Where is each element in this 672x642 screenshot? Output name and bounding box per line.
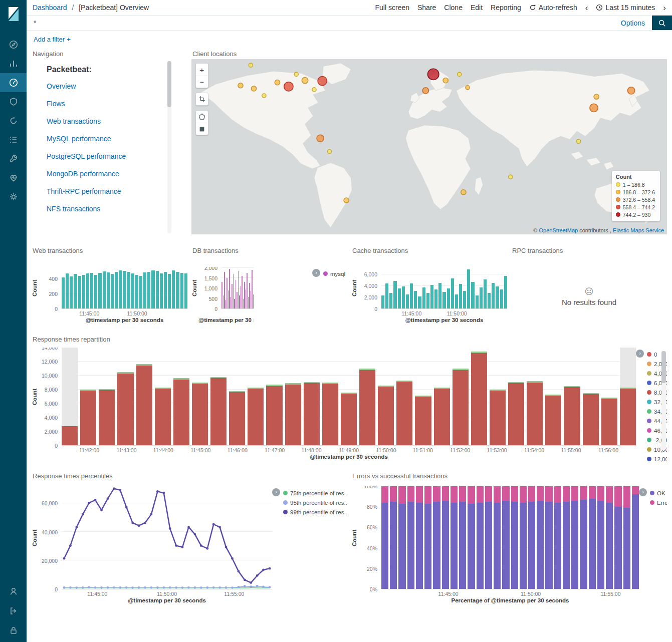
search-button[interactable] <box>652 16 672 30</box>
bar <box>192 348 208 445</box>
bar <box>418 267 421 308</box>
sidebar-item-apm[interactable] <box>0 92 27 111</box>
map-legend-item[interactable]: 372.6 – 558.4 <box>616 196 655 203</box>
legend-item[interactable]: mysql <box>323 269 345 278</box>
auto-refresh-button[interactable]: Auto-refresh <box>529 4 577 12</box>
y-tick-label: 60,000 <box>42 500 58 506</box>
sidebar-item-timelion[interactable] <box>0 111 27 130</box>
menu-item-full-screen[interactable]: Full screen <box>375 4 409 12</box>
sidebar-item-dev-tools[interactable] <box>0 149 27 168</box>
zoom-out-button[interactable]: − <box>196 76 208 88</box>
nav-link-mongodb-performance[interactable]: MongoDB performance <box>47 170 187 178</box>
legend-toggle-icon[interactable]: › <box>639 488 647 496</box>
y-tick-label: 40% <box>367 545 377 551</box>
menu-item-share[interactable]: Share <box>417 4 436 12</box>
user-avatar[interactable] <box>9 586 19 598</box>
bar <box>520 486 527 589</box>
sidebar-item-visualize[interactable] <box>0 54 27 73</box>
legend-toggle-icon[interactable]: › <box>272 488 280 496</box>
chart-legend: ›OKError <box>639 486 667 606</box>
menu-item-edit[interactable]: Edit <box>471 4 483 12</box>
bar <box>285 348 301 445</box>
sidebar-item-discover[interactable] <box>0 35 27 54</box>
nav-link-mysql-performance[interactable]: MySQL performance <box>47 135 187 143</box>
legend-item[interactable]: Error <box>650 498 667 507</box>
nav-link-overview[interactable]: Overview <box>47 82 187 90</box>
nav-link-flows[interactable]: Flows <box>47 100 187 108</box>
legend-dot <box>647 457 651 461</box>
chart: Count020040011:45:0011:50:00@timestamp p… <box>32 267 187 326</box>
x-tick-label: 11:53:00 <box>487 447 507 453</box>
legend-toggle-icon[interactable]: › <box>312 269 320 277</box>
options-link[interactable]: Options <box>621 19 645 27</box>
time-picker[interactable]: Last 15 minutes <box>596 4 655 12</box>
x-tick-label: 11:45:00 <box>401 310 421 316</box>
search-input[interactable] <box>27 16 614 30</box>
bar <box>500 267 503 308</box>
add-filter-link[interactable]: Add a filter+ <box>34 36 71 43</box>
legend-item[interactable]: 12,000 <box>647 454 667 463</box>
scrollbar[interactable] <box>661 351 666 450</box>
bar <box>139 267 142 308</box>
data-point <box>75 526 78 528</box>
bar <box>135 267 138 308</box>
map-marker <box>427 69 438 80</box>
bar <box>66 267 69 308</box>
bar <box>453 348 469 445</box>
nav-link-nfs-transactions[interactable]: NFS transactions <box>47 205 187 213</box>
draw-rectangle-button[interactable] <box>196 123 208 135</box>
panel-title: RPC transactions <box>511 244 667 256</box>
logout-button[interactable] <box>9 606 19 617</box>
elastic-maps-service-link[interactable]: Elastic Maps Service <box>613 227 664 233</box>
map-legend-item[interactable]: 744.2 – 930 <box>616 211 655 218</box>
scrollbar-thumb[interactable] <box>661 351 666 383</box>
map-marker <box>312 88 316 92</box>
scrollbar-thumb[interactable] <box>167 61 171 107</box>
map-marker <box>509 175 513 179</box>
map-legend-item[interactable]: 1 – 186.8 <box>616 181 655 188</box>
legend-item[interactable]: 99th percentile of res... <box>283 507 347 517</box>
zoom-in-button[interactable]: + <box>196 64 208 76</box>
map-marker <box>443 78 448 83</box>
menu-item-clone[interactable]: Clone <box>444 4 463 12</box>
lock-button[interactable] <box>9 625 19 637</box>
kibana-logo[interactable] <box>0 0 27 28</box>
data-point <box>144 522 146 524</box>
x-axis: 11:45:0011:50:00 <box>381 309 507 317</box>
sidebar-item-dashboard[interactable] <box>0 73 27 92</box>
map-legend-item[interactable]: 558.4 – 744.2 <box>616 203 655 211</box>
legend-toggle-icon[interactable]: › <box>636 350 644 358</box>
fit-data-bounds-button[interactable] <box>196 93 208 105</box>
y-tick-label: 10,000 <box>42 373 58 379</box>
time-back-icon[interactable]: ‹ <box>585 4 588 12</box>
sidebar-item-logs[interactable] <box>0 130 27 149</box>
bar <box>545 348 561 445</box>
data-point <box>269 567 271 570</box>
bar <box>415 348 431 445</box>
data-point <box>256 574 259 577</box>
y-axis-title: Count <box>351 267 357 309</box>
bar <box>467 267 470 308</box>
menu-item-reporting[interactable]: Reporting <box>491 4 521 12</box>
sidebar-item-monitoring[interactable] <box>0 168 27 187</box>
y-tick-label: 12,000 <box>42 359 58 365</box>
bar <box>147 267 150 308</box>
x-tick-label: 11:50:00 <box>127 310 147 316</box>
scrollbar[interactable] <box>167 61 171 233</box>
nav-link-thrift-rpc-performance[interactable]: Thrift-RPC performance <box>47 187 187 195</box>
draw-polygon-button[interactable] <box>196 111 208 123</box>
world-map[interactable]: + − <box>191 59 667 234</box>
bar <box>434 267 437 308</box>
legend-item[interactable]: 75th percentile of res... <box>283 488 347 498</box>
sidebar-item-management[interactable] <box>0 187 27 206</box>
time-forward-icon[interactable]: › <box>663 4 666 12</box>
kibana-app: Dashboard / [Packetbeat] Overview Full s… <box>0 0 672 642</box>
legend-item[interactable]: OK <box>650 488 667 498</box>
map-legend-item[interactable]: 186.8 – 372.6 <box>616 188 655 196</box>
line-series <box>64 489 270 583</box>
breadcrumb-dashboard-link[interactable]: Dashboard <box>33 4 67 12</box>
nav-link-web-transactions[interactable]: Web transactions <box>47 117 187 125</box>
nav-link-postgresql-performance[interactable]: PostgreSQL performance <box>47 152 187 160</box>
openstreetmap-link[interactable]: OpenStreetMap <box>539 227 578 233</box>
legend-item[interactable]: 95th percentile of res... <box>283 498 347 507</box>
